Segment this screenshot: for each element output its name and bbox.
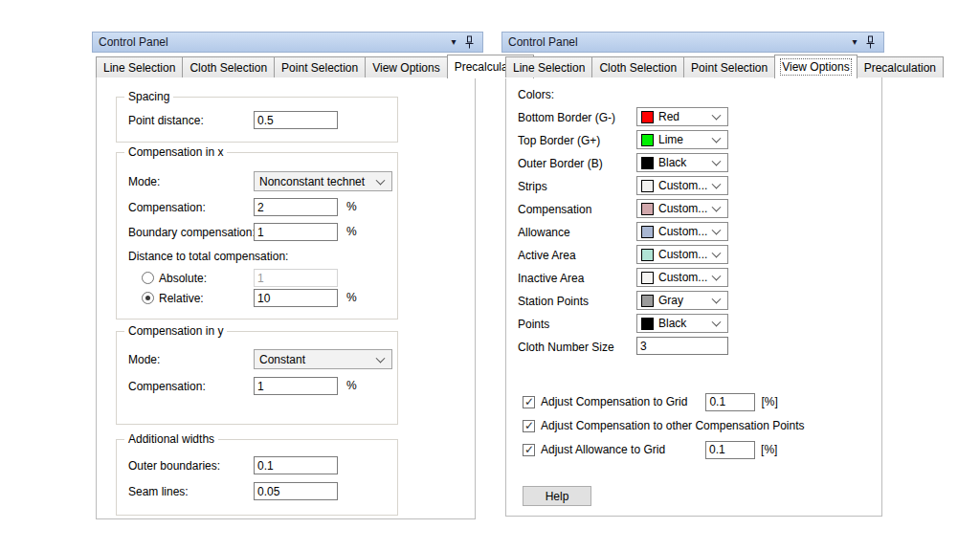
- relative-label[interactable]: Relative:: [159, 292, 204, 305]
- percent-label: %: [346, 200, 357, 213]
- color-swatch: [641, 203, 654, 215]
- left-tabstrip: Line Selection Cloth Selection Point Sel…: [96, 55, 533, 77]
- mode-x-label: Mode:: [128, 175, 160, 188]
- group-spacing: Spacing Point distance:: [116, 97, 398, 143]
- point-distance-input[interactable]: [254, 111, 338, 129]
- color-row-label: Active Area: [518, 249, 576, 262]
- checkbox-label[interactable]: Adjust Compensation to Grid: [541, 395, 687, 408]
- chevron-down-icon: [712, 157, 722, 166]
- tab-line-selection[interactable]: Line Selection: [505, 56, 592, 77]
- chevron-down-icon: [712, 272, 722, 281]
- tab-precalculation[interactable]: Precalculation: [857, 56, 944, 77]
- chevron-down-icon: [712, 111, 722, 121]
- panel-menu-caret-icon[interactable]: ▾: [446, 34, 461, 50]
- tab-cloth-selection[interactable]: Cloth Selection: [182, 56, 275, 77]
- pin-icon[interactable]: [862, 34, 878, 50]
- right-titlebar: Control Panel ▾: [501, 32, 884, 53]
- absolute-input: [254, 269, 338, 287]
- compensation-x-input[interactable]: [254, 198, 338, 216]
- help-button[interactable]: Help: [523, 486, 591, 506]
- chevron-down-icon: [712, 318, 722, 327]
- color-select-points[interactable]: Black: [636, 314, 728, 333]
- tab-point-selection[interactable]: Point Selection: [683, 56, 775, 77]
- absolute-label[interactable]: Absolute:: [159, 272, 207, 285]
- pin-icon[interactable]: [461, 34, 477, 50]
- outer-boundaries-label: Outer boundaries:: [128, 459, 220, 473]
- chevron-down-icon: [712, 226, 722, 235]
- chevron-down-icon: [712, 203, 722, 212]
- boundary-compensation-input[interactable]: [254, 223, 338, 241]
- panel-menu-caret-icon[interactable]: ▾: [847, 34, 862, 50]
- point-distance-label: Point distance:: [128, 114, 204, 127]
- seam-lines-input[interactable]: [254, 482, 338, 500]
- tab-view-options[interactable]: View Options: [365, 56, 447, 77]
- color-swatch: [641, 318, 654, 330]
- mode-y-label: Mode:: [128, 353, 160, 366]
- adjust-allowance-grid-input[interactable]: [705, 441, 755, 459]
- chevron-down-icon: [376, 353, 386, 363]
- tab-point-selection[interactable]: Point Selection: [274, 56, 366, 77]
- tab-view-options[interactable]: View Options: [774, 55, 857, 78]
- adjust-allowance-grid-checkbox[interactable]: [523, 444, 535, 456]
- chevron-down-icon: [712, 180, 722, 189]
- left-titlebar: Control Panel ▾: [92, 32, 483, 53]
- adjust-compensation-grid-checkbox[interactable]: [523, 396, 535, 408]
- adjust-allowance-grid-row: Adjust Allowance to Grid [%]: [523, 440, 777, 459]
- group-title: Spacing: [124, 90, 173, 103]
- percent-label: %: [346, 291, 357, 304]
- group-compensation-y: Compensation in y Mode: Constant Compens…: [116, 331, 398, 425]
- seam-lines-label: Seam lines:: [128, 485, 189, 498]
- relative-radio[interactable]: [142, 292, 154, 304]
- absolute-radio[interactable]: [142, 272, 154, 284]
- compensation-y-input[interactable]: [254, 377, 338, 395]
- cloth-number-size-input[interactable]: [636, 337, 728, 355]
- color-row-label: Inactive Area: [518, 272, 584, 285]
- color-select-active-area[interactable]: Custom...: [636, 245, 728, 264]
- color-swatch: [641, 249, 654, 261]
- color-swatch: [641, 295, 654, 307]
- percent-label: %: [346, 379, 357, 392]
- color-swatch: [641, 134, 654, 146]
- precalculation-page: Spacing Point distance: Compensation in …: [96, 77, 476, 519]
- chevron-down-icon: [376, 175, 386, 185]
- tab-line-selection[interactable]: Line Selection: [96, 56, 183, 77]
- right-tabstrip: Line Selection Cloth Selection Point Sel…: [505, 55, 943, 77]
- color-select-allowance[interactable]: Custom...: [636, 222, 728, 241]
- checkbox-label[interactable]: Adjust Allowance to Grid: [541, 443, 665, 456]
- color-select-station-points[interactable]: Gray: [636, 291, 728, 310]
- color-row-label: Bottom Border (G-): [518, 111, 615, 124]
- compensation-y-label: Compensation:: [128, 380, 206, 393]
- outer-boundaries-input[interactable]: [254, 456, 338, 474]
- chevron-down-icon: [712, 295, 722, 304]
- color-swatch: [641, 157, 654, 169]
- color-select-bottom-border[interactable]: Red: [636, 107, 728, 126]
- color-swatch: [641, 111, 654, 123]
- compensation-x-label: Compensation:: [128, 201, 206, 214]
- color-row-label: Points: [518, 318, 549, 331]
- color-select-strips[interactable]: Custom...: [636, 176, 728, 195]
- chevron-down-icon: [712, 249, 722, 258]
- checkbox-label[interactable]: Adjust Compensation to other Compensatio…: [541, 419, 805, 432]
- mode-y-select[interactable]: Constant: [254, 349, 392, 369]
- panel-title: Control Panel: [508, 35, 847, 49]
- adjust-compensation-grid-input[interactable]: [705, 393, 755, 411]
- color-select-inactive-area[interactable]: Custom...: [636, 268, 728, 287]
- color-select-outer-border[interactable]: Black: [636, 153, 728, 172]
- adjust-compensation-grid-row: Adjust Compensation to Grid [%]: [523, 392, 778, 411]
- adjust-compensation-points-row: Adjust Compensation to other Compensatio…: [523, 416, 805, 435]
- color-select-compensation[interactable]: Custom...: [636, 199, 728, 218]
- color-swatch: [641, 180, 654, 192]
- tab-cloth-selection[interactable]: Cloth Selection: [591, 56, 684, 77]
- adjust-compensation-points-checkbox[interactable]: [523, 420, 535, 432]
- mode-x-select[interactable]: Nonconstant technet: [254, 171, 392, 191]
- percent-unit-label: [%]: [761, 443, 777, 456]
- relative-input[interactable]: [254, 289, 338, 307]
- color-select-top-border[interactable]: Lime: [636, 130, 728, 149]
- view-options-page: Colors: Bottom Border (G-) Red Top Borde…: [505, 77, 882, 517]
- color-swatch: [641, 226, 654, 238]
- distance-total-label: Distance to total compensation:: [128, 250, 288, 263]
- group-title: Compensation in y: [124, 324, 227, 338]
- group-additional-widths: Additional widths Outer boundaries: Seam…: [116, 439, 398, 516]
- panel-title: Control Panel: [99, 35, 446, 49]
- color-row-label: Station Points: [518, 295, 589, 308]
